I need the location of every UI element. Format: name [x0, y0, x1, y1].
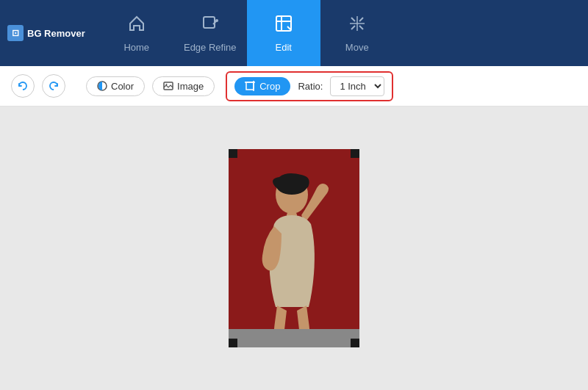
redo-button[interactable] [42, 74, 65, 98]
tab-edge-refine[interactable]: Edge Refine [173, 0, 247, 66]
image-background [229, 149, 359, 347]
app-title: BG Remover [27, 28, 85, 39]
handle-top-right[interactable] [351, 149, 359, 158]
person-figure [246, 171, 342, 347]
tab-move-label: Move [345, 42, 369, 53]
svg-rect-6 [246, 82, 254, 90]
svg-point-5 [166, 84, 168, 85]
handle-bottom-left[interactable] [229, 339, 237, 347]
handle-top-left[interactable] [229, 149, 237, 158]
image-container [229, 149, 359, 347]
edit-icon [274, 14, 293, 37]
undo-button[interactable] [11, 74, 35, 98]
tab-edge-refine-label: Edge Refine [184, 42, 237, 53]
svg-point-1 [215, 19, 218, 22]
edge-refine-icon [201, 14, 220, 37]
crop-button[interactable]: Crop [234, 77, 290, 95]
canvas-area [0, 106, 588, 390]
nav-bar: ⊡ BG Remover Home Edge Refine [0, 0, 588, 66]
home-icon [127, 14, 146, 37]
tab-move[interactable]: Move [320, 0, 394, 66]
image-button-label: Image [177, 81, 204, 92]
ratio-select[interactable]: 1 Inch 2 Inch Free 1:1 4:3 16:9 [330, 76, 384, 96]
tab-home[interactable]: Home [100, 0, 173, 66]
tab-home-label: Home [123, 42, 149, 53]
move-icon [348, 14, 367, 37]
ratio-label: Ratio: [298, 81, 323, 92]
image-button[interactable]: Image [152, 76, 215, 96]
toolbar: Color Image Crop Ratio: 1 Inch 2 Inch Fr… [0, 66, 588, 106]
app-logo: ⊡ BG Remover [7, 25, 85, 41]
color-button[interactable]: Color [86, 76, 145, 96]
color-button-label: Color [111, 81, 134, 92]
crop-button-label: Crop [259, 81, 280, 92]
handle-bottom-right[interactable] [351, 339, 359, 347]
nav-tabs: Home Edge Refine Edit [100, 0, 394, 66]
bottom-strip [229, 329, 359, 347]
crop-section: Crop Ratio: 1 Inch 2 Inch Free 1:1 4:3 1… [226, 71, 393, 101]
tab-edit-label: Edit [276, 42, 292, 53]
svg-rect-0 [204, 17, 215, 28]
logo-icon: ⊡ [7, 25, 24, 41]
tab-edit[interactable]: Edit [247, 0, 320, 66]
